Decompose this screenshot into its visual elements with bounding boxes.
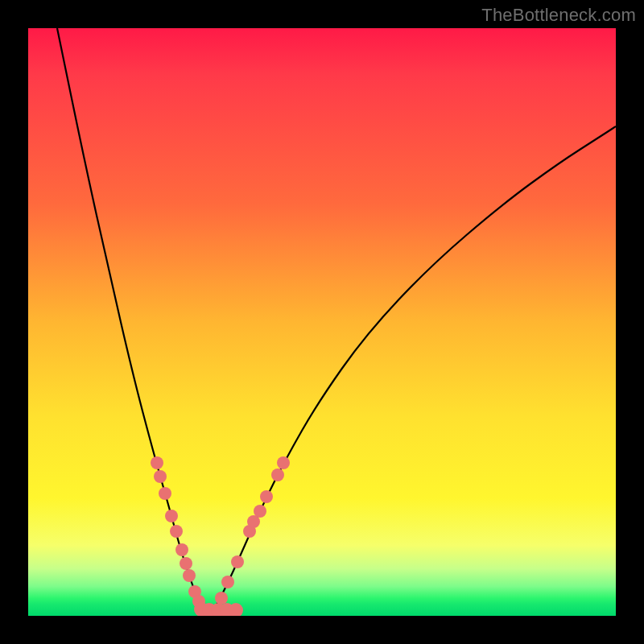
data-dot [220, 603, 234, 616]
data-dot [175, 543, 188, 556]
plot-area [28, 28, 616, 616]
data-dot [277, 456, 290, 469]
left-curve [57, 28, 210, 616]
data-dot [229, 603, 243, 616]
data-dot [254, 505, 266, 518]
data-dot [159, 487, 171, 500]
data-dot [192, 595, 205, 608]
data-dot [211, 603, 225, 616]
data-dot [215, 592, 228, 605]
data-dot [202, 603, 217, 616]
data-dot [180, 557, 192, 570]
data-dots [151, 456, 290, 616]
data-dot [183, 569, 196, 582]
data-dot [194, 602, 208, 616]
data-dot [260, 490, 273, 503]
data-dot [231, 555, 244, 568]
data-dot [154, 470, 167, 483]
outer-frame: TheBottleneck.com [0, 0, 644, 644]
data-dot [271, 469, 284, 481]
watermark-text: TheBottleneck.com [481, 5, 636, 26]
data-dot [165, 510, 178, 522]
right-curve [210, 126, 616, 616]
data-dot [243, 525, 256, 538]
data-dot [247, 515, 260, 528]
data-dot [170, 525, 183, 538]
data-dot [221, 576, 234, 588]
data-dot [151, 456, 163, 469]
chart-svg [28, 28, 616, 616]
data-dot [188, 585, 201, 598]
